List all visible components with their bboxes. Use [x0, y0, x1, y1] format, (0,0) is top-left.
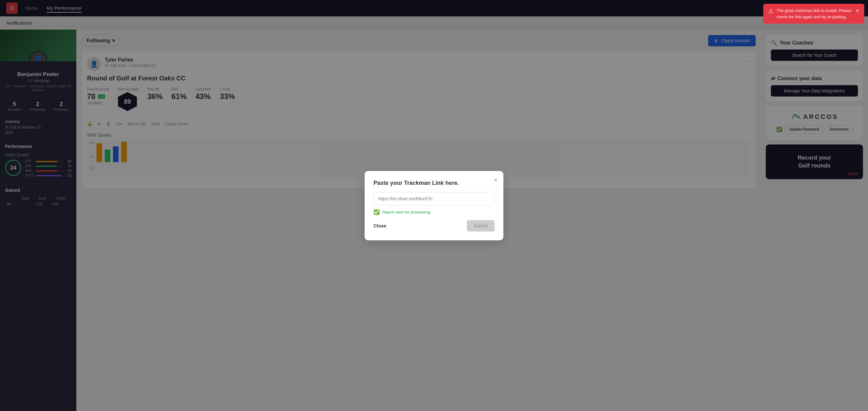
success-check-icon: ✅: [373, 209, 380, 215]
modal-success-message: ✅ Report sent for processing: [373, 209, 495, 215]
modal-close-icon-button[interactable]: ×: [494, 177, 498, 184]
warning-icon: ⚠: [768, 8, 773, 15]
error-toast: ⚠ The given trackman link is invalid. Pl…: [763, 4, 864, 24]
modal-footer: Close Submit: [373, 220, 495, 231]
modal-submit-button[interactable]: Submit: [467, 220, 495, 231]
modal-close-button[interactable]: Close: [373, 223, 386, 228]
trackman-link-input[interactable]: [373, 192, 495, 205]
error-toast-close-button[interactable]: ×: [856, 7, 859, 14]
modal-title: Paste your Trackman Link here.: [373, 180, 495, 186]
modal-overlay[interactable]: Paste your Trackman Link here. × ✅ Repor…: [0, 0, 868, 411]
error-toast-message: The given trackman link is invalid. Plea…: [777, 7, 852, 20]
trackman-modal: Paste your Trackman Link here. × ✅ Repor…: [365, 171, 503, 240]
